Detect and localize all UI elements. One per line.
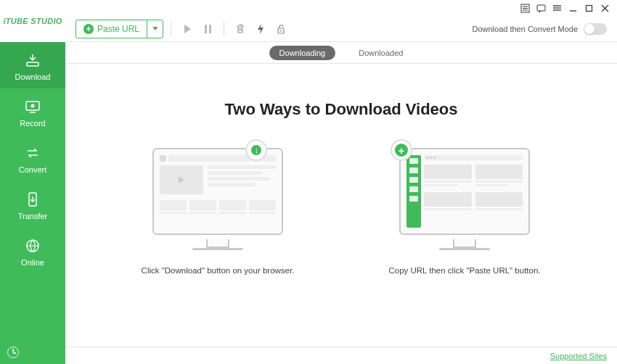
- online-icon: [23, 238, 42, 254]
- sidebar: iTUBE STUDIO Download Record Convert Tra…: [0, 0, 65, 364]
- app-window: iTUBE STUDIO Download Record Convert Tra…: [0, 0, 617, 364]
- sidebar-item-record[interactable]: Record: [0, 88, 65, 135]
- method-caption: Click "Download" button on your browser.: [142, 265, 295, 277]
- titlebar: [65, 0, 617, 16]
- separator: [171, 22, 171, 36]
- tab-downloading[interactable]: Downloading: [269, 46, 336, 60]
- method-caption: Copy URL then click "Paste URL" button.: [388, 265, 540, 277]
- clock-icon[interactable]: [7, 347, 19, 358]
- sidebar-item-online[interactable]: Online: [0, 228, 65, 274]
- menu-icon[interactable]: [520, 3, 530, 13]
- toolbar-right: Download then Convert Mode: [472, 23, 607, 35]
- close-icon[interactable]: [600, 3, 610, 13]
- sidebar-item-label: Convert: [19, 165, 47, 174]
- paste-url-button[interactable]: + Paste URL: [76, 20, 147, 38]
- play-icon[interactable]: [179, 20, 196, 38]
- plus-badge-icon: +: [391, 139, 412, 161]
- footer: Supported Sites: [65, 347, 617, 364]
- transfer-icon: [23, 191, 42, 207]
- sidebar-item-label: Transfer: [18, 212, 48, 220]
- minimize-icon[interactable]: [568, 3, 578, 13]
- main-panel: + Paste URL Download then Convert Mode D…: [65, 0, 617, 364]
- empty-state: Two Ways to Download Videos ↓: [65, 64, 617, 347]
- supported-sites-link[interactable]: Supported Sites: [550, 352, 607, 360]
- chevron-down-icon: [152, 27, 158, 30]
- more-icon[interactable]: [552, 3, 562, 13]
- paste-url-button-group: + Paste URL: [75, 20, 163, 38]
- sidebar-item-transfer[interactable]: Transfer: [0, 181, 65, 228]
- svg-point-23: [280, 30, 282, 31]
- maximize-icon[interactable]: [584, 3, 594, 13]
- tabs: Downloading Downloaded: [65, 42, 617, 64]
- sidebar-item-label: Record: [20, 119, 45, 128]
- unlock-icon[interactable]: [272, 20, 290, 38]
- svg-rect-10: [537, 5, 545, 11]
- turbo-icon[interactable]: [252, 20, 269, 38]
- method-browser: ↓: [123, 148, 312, 277]
- methods-row: ↓: [123, 148, 559, 277]
- svg-rect-18: [205, 25, 207, 33]
- svg-point-2: [31, 104, 35, 108]
- method-paste-url: +: [370, 148, 559, 277]
- trash-icon[interactable]: [232, 20, 249, 38]
- feedback-icon[interactable]: [536, 3, 546, 13]
- svg-rect-0: [27, 62, 38, 66]
- tab-downloaded[interactable]: Downloaded: [348, 46, 413, 60]
- app-logo: iTUBE STUDIO: [0, 0, 65, 42]
- separator: [224, 22, 224, 36]
- paste-url-dropdown[interactable]: [147, 20, 163, 38]
- svg-rect-19: [209, 25, 211, 33]
- sidebar-item-label: Download: [15, 73, 51, 81]
- convert-mode-label: Download then Convert Mode: [472, 25, 578, 33]
- sidebar-item-download[interactable]: Download: [0, 42, 65, 88]
- download-icon: [23, 52, 42, 68]
- sidebar-item-label: Online: [21, 258, 44, 267]
- monitor-illustration: ↓: [152, 148, 283, 235]
- monitor-illustration: +: [399, 148, 530, 235]
- convert-mode-toggle[interactable]: [584, 23, 607, 35]
- paste-url-label: Paste URL: [97, 24, 139, 34]
- plus-icon: +: [83, 24, 94, 34]
- svg-rect-15: [586, 5, 592, 11]
- sidebar-item-convert[interactable]: Convert: [0, 135, 65, 181]
- record-icon: [23, 99, 42, 115]
- pause-icon[interactable]: [199, 20, 216, 38]
- convert-icon: [23, 145, 42, 161]
- headline: Two Ways to Download Videos: [224, 100, 457, 119]
- toolbar: + Paste URL Download then Convert Mode: [65, 16, 617, 42]
- download-badge-icon: ↓: [245, 139, 267, 161]
